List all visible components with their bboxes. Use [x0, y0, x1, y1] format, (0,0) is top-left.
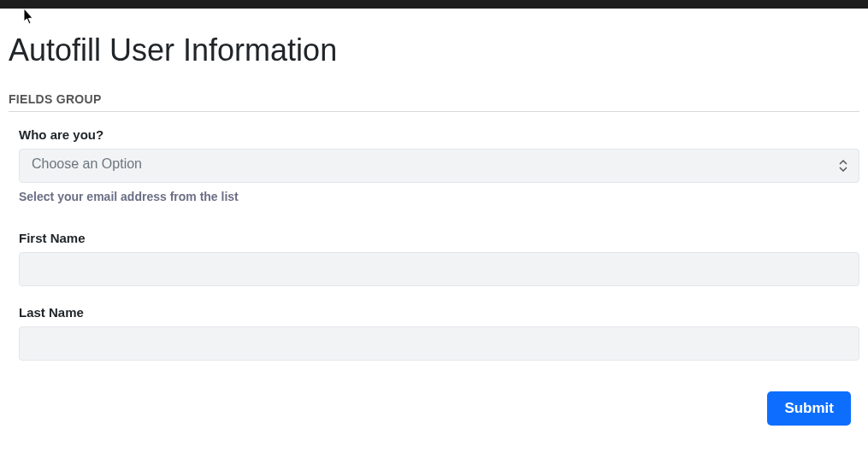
who-select[interactable]: Choose an Option	[19, 149, 859, 183]
first-name-input[interactable]	[19, 252, 859, 286]
who-label: Who are you?	[19, 127, 859, 142]
first-name-label: First Name	[19, 231, 859, 245]
submit-button[interactable]: Submit	[767, 391, 851, 426]
page-title: Autofill User Information	[9, 32, 859, 68]
last-name-input[interactable]	[19, 326, 859, 361]
last-name-label: Last Name	[19, 305, 859, 320]
top-bar	[0, 0, 868, 9]
section-header: FIELDS GROUP	[9, 92, 859, 112]
who-help-text: Select your email address from the list	[19, 190, 859, 203]
